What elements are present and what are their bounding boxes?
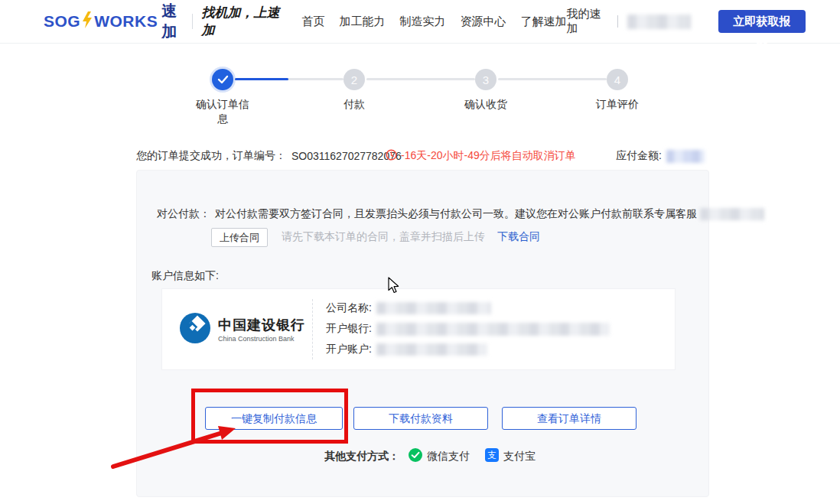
account-area: 我的速加 — [567, 7, 691, 36]
wechat-pay-icon — [409, 448, 427, 464]
amount-label: 应付金额: — [616, 149, 662, 163]
download-payment-files-button[interactable]: 下载付款资料 — [353, 407, 488, 430]
redacted-company-name — [376, 302, 491, 314]
account-number-row: 开户账户: — [326, 342, 610, 357]
nav-item-strength[interactable]: 制造实力 — [400, 15, 446, 29]
company-name-row: 公司名称: — [326, 301, 610, 316]
bank-branch-label: 开户银行: — [326, 322, 372, 336]
wechat-pay-option[interactable]: 微信支付 — [409, 448, 470, 464]
svg-text:支: 支 — [487, 450, 497, 460]
order-success-page: SOG WORKS 速加 找机加，上速加 首页 加工能力 制造实力 资源中心 了… — [0, 0, 840, 504]
step-connector-1 — [235, 78, 343, 80]
company-name-label: 公司名称: — [326, 301, 372, 315]
alipay-icon: 支 — [485, 448, 503, 464]
step-2-circle: 2 — [343, 69, 365, 90]
step-connector-2 — [366, 78, 475, 80]
alipay-label: 支付宝 — [503, 450, 536, 463]
nav-item-about[interactable]: 了解速加 — [521, 15, 567, 29]
upload-contract-button[interactable]: 上传合同 — [211, 228, 268, 247]
clock-icon — [386, 149, 401, 163]
nav-item-home[interactable]: 首页 — [302, 15, 325, 29]
contract-upload-row: 上传合同 请先下载本订单的合同，盖章并扫描后上传 下载合同 — [211, 227, 540, 247]
red-arrow-annotation — [107, 421, 245, 477]
alipay-option[interactable]: 支 支付宝 — [485, 448, 536, 464]
countdown-text: -16天-20小时-49分后将自动取消订单 — [401, 149, 576, 163]
view-order-detail-button[interactable]: 查看订单详情 — [502, 407, 637, 430]
logo-text-right: WORKS — [94, 12, 158, 31]
step-4-number: 4 — [614, 73, 620, 86]
payment-method-desc: 对公付款需要双方签订合同，且发票抬头必须与付款公司一致。建议您在对公账户付款前联… — [215, 207, 697, 221]
redacted-bank-branch — [376, 323, 610, 336]
step-1-label: 确认订单信息 — [195, 97, 250, 126]
step-3-circle: 3 — [475, 69, 497, 90]
ccb-bank-logo-icon — [179, 312, 211, 347]
bank-account-card: 中国建设银行 China Construction Bank 公司名称: 开户银… — [161, 288, 676, 370]
sogaworks-logo[interactable]: SOG WORKS 速加 — [44, 1, 181, 42]
lightning-bolt-icon — [81, 11, 93, 32]
order-status-text: 您的订单提交成功，订单编号： — [136, 149, 286, 163]
brand-tagline: 找机加，上速加 — [202, 4, 285, 39]
main-nav: 首页 加工能力 制造实力 资源中心 了解速加 — [302, 15, 567, 29]
upload-hint-text: 请先下载本订单的合同，盖章并扫描后上传 — [282, 230, 485, 244]
step-1-circle — [212, 69, 233, 90]
get-quote-button[interactable]: 立即获取报价 — [718, 10, 806, 33]
my-sogaworks-link[interactable]: 我的速加 — [567, 7, 608, 36]
step-2-number: 2 — [351, 73, 357, 86]
account-divider — [617, 15, 618, 28]
check-icon — [217, 73, 229, 86]
amount-due: 应付金额: — [616, 149, 705, 163]
bank-fields: 公司名称: 开户银行: 开户账户: — [326, 301, 610, 363]
bank-name-en: China Construction Bank — [218, 335, 305, 343]
logo-divider — [192, 14, 193, 29]
corporate-payment-row: 对公付款： 对公付款需要双方签订合同，且发票抬头必须与付款公司一致。建议您在对公… — [157, 207, 764, 221]
redacted-service-contact — [700, 208, 764, 220]
top-navbar: SOG WORKS 速加 找机加，上速加 首页 加工能力 制造实力 资源中心 了… — [0, 0, 840, 44]
cancel-countdown: -16天-20小时-49分后将自动取消订单 — [386, 149, 576, 163]
logo-text-left: SOG — [44, 12, 80, 31]
account-info-title: 账户信息如下: — [151, 269, 219, 283]
redacted-username — [627, 15, 691, 29]
wechat-pay-label: 微信支付 — [427, 450, 470, 463]
download-contract-link[interactable]: 下载合同 — [497, 230, 540, 244]
bank-name-block: 中国建设银行 China Construction Bank — [218, 316, 305, 343]
mouse-cursor-icon — [386, 277, 402, 297]
bank-name: 中国建设银行 — [218, 316, 305, 334]
redacted-amount — [666, 150, 705, 163]
nav-item-resources[interactable]: 资源中心 — [461, 15, 506, 29]
order-status-line: 您的订单提交成功，订单编号： SO0311627027782076 — [136, 149, 402, 163]
other-payment-methods: 其他支付方式： 微信支付 支 支付宝 — [324, 448, 536, 464]
bank-card-divider — [312, 299, 313, 359]
step-connector-3 — [498, 78, 607, 80]
payment-method-label: 对公付款： — [157, 207, 210, 221]
nav-item-capability[interactable]: 加工能力 — [340, 15, 386, 29]
step-4-label: 订单评价 — [587, 97, 648, 112]
account-number-label: 开户账户: — [326, 343, 372, 356]
bank-logo-block: 中国建设银行 China Construction Bank — [179, 289, 305, 369]
logo-cn-text: 速加 — [161, 1, 181, 42]
step-4-circle: 4 — [607, 69, 628, 90]
redacted-account-number — [376, 343, 487, 356]
step-3-label: 确认收货 — [455, 97, 516, 112]
step-3-number: 3 — [483, 73, 489, 86]
bank-branch-row: 开户银行: — [326, 321, 610, 337]
other-payment-label: 其他支付方式： — [324, 450, 399, 463]
step-2-label: 付款 — [331, 97, 377, 112]
